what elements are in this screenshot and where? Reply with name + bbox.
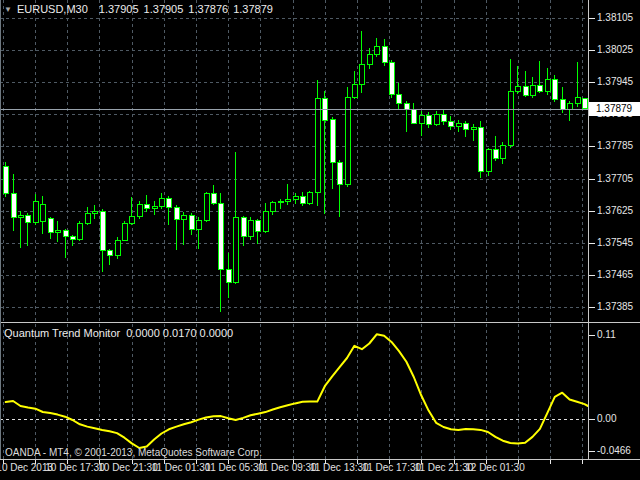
candle-body: [25, 216, 30, 222]
candle-body: [18, 216, 23, 218]
quote-open: 1.37905: [99, 3, 139, 15]
quote-low: 1.37876: [188, 3, 228, 15]
candle-body: [500, 146, 505, 158]
candle-body: [255, 221, 260, 232]
candle-body: [137, 205, 142, 217]
candle-body: [77, 224, 82, 240]
candle-body: [70, 237, 75, 240]
candle-body: [523, 86, 528, 95]
candle-body: [233, 218, 238, 282]
candle-body: [493, 150, 498, 158]
candle-body: [92, 212, 97, 214]
indicator-tick-label: 0.11: [597, 329, 616, 340]
time-label: 12 Dec 01:30: [450, 462, 540, 473]
candle-body: [330, 120, 335, 162]
candle-body: [552, 79, 557, 99]
candle-body: [382, 46, 387, 63]
candle-body: [263, 212, 268, 232]
candle-body: [567, 103, 572, 109]
quote-close: 1.37879: [233, 3, 273, 15]
chart-background: [0, 0, 640, 480]
candle-body: [63, 231, 68, 237]
candle-body: [189, 216, 194, 230]
price-tick-label: 1.37785: [597, 140, 633, 151]
chart-header: ▼EURUSD,M301.379051.379051.378761.37879: [4, 3, 278, 15]
candle-body: [486, 150, 491, 172]
candle-body: [3, 167, 8, 194]
candle-body: [315, 98, 320, 192]
price-tick-label: 1.38025: [597, 44, 633, 55]
candle-body: [307, 193, 312, 204]
candle-body: [211, 194, 216, 204]
indicator-values-label: 0.0000 0.0170 0.0000: [126, 327, 233, 339]
candle-body: [508, 91, 513, 146]
candle-body: [582, 98, 587, 108]
candle-body: [359, 65, 364, 84]
candle-body: [515, 86, 520, 91]
candle-body: [100, 212, 105, 251]
candle-body: [411, 110, 416, 123]
candle-body: [352, 84, 357, 97]
candle-body: [115, 241, 120, 256]
candle-body: [166, 198, 171, 207]
candle-body: [218, 203, 223, 269]
candle-body: [40, 204, 45, 221]
quote-high: 1.37905: [144, 3, 184, 15]
candle-body: [345, 97, 350, 185]
candle-body: [448, 121, 453, 126]
candle-body: [367, 54, 372, 65]
candle-body: [575, 98, 580, 103]
candle-body: [560, 99, 565, 109]
candle-body: [144, 205, 149, 209]
candle-body: [204, 194, 209, 221]
candle-body: [278, 201, 283, 202]
candle-body: [55, 231, 60, 233]
candle-body: [129, 217, 134, 224]
indicator-tick-label: -0.0466: [597, 445, 631, 456]
price-tick-label: 1.38105: [597, 12, 633, 23]
price-tick-label: 1.37385: [597, 301, 633, 312]
price-tick-label: 1.37625: [597, 205, 633, 216]
candle-body: [107, 251, 112, 256]
price-tick-label: 1.37945: [597, 76, 633, 87]
current-price-tag: 1.37879: [589, 102, 640, 116]
candle-body: [293, 197, 298, 200]
indicator-tick-label: 0.00: [597, 413, 616, 424]
copyright-label: OANDA - MT4, © 2001-2013, MetaQuotes Sof…: [5, 447, 262, 458]
chart-menu-triangle-icon[interactable]: ▼: [4, 5, 12, 14]
candle-body: [389, 63, 394, 95]
candle-body: [471, 128, 476, 130]
candle-body: [419, 115, 424, 123]
candle-body: [181, 216, 186, 220]
chart-canvas[interactable]: [0, 0, 640, 480]
candle-body: [11, 193, 16, 217]
candle-body: [537, 85, 542, 91]
candle-body: [434, 115, 439, 125]
candle-body: [85, 213, 90, 223]
price-tick-label: 1.37465: [597, 269, 633, 280]
candle-body: [404, 103, 409, 110]
candle-body: [196, 221, 201, 230]
candle-body: [545, 79, 550, 91]
indicator-name-label: Quantum Trend Monitor: [4, 327, 120, 339]
candle-body: [33, 201, 38, 222]
candle-body: [463, 123, 468, 129]
candle-body: [530, 85, 535, 95]
candle-body: [374, 46, 379, 54]
candle-body: [248, 221, 253, 237]
candle-body: [426, 115, 431, 124]
candle-body: [152, 206, 157, 208]
candle-body: [441, 115, 446, 121]
price-tick-label: 1.37545: [597, 237, 633, 248]
symbol-period-label: EURUSD,M30: [17, 3, 88, 15]
candle-body: [270, 203, 275, 212]
candle-body: [478, 128, 483, 172]
candle-body: [285, 199, 290, 201]
candle-body: [396, 94, 401, 103]
candle-body: [122, 224, 127, 241]
candle-body: [241, 218, 246, 237]
candle-body: [226, 270, 231, 282]
candle-body: [174, 207, 179, 219]
candle-body: [456, 123, 461, 126]
candle-body: [337, 163, 342, 185]
